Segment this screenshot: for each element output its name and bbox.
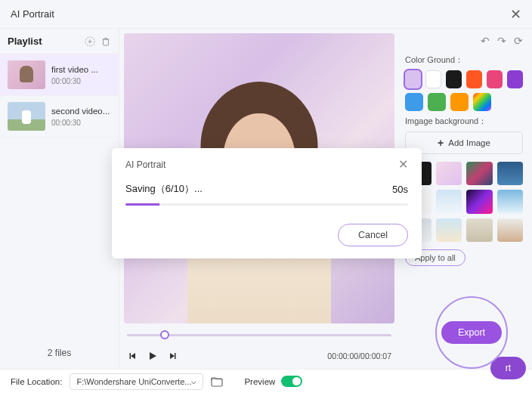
svg-rect-3 bbox=[104, 39, 109, 45]
color-swatch[interactable] bbox=[425, 70, 441, 88]
svg-marker-6 bbox=[131, 353, 135, 359]
color-swatch[interactable] bbox=[466, 70, 482, 88]
thumbnail bbox=[8, 60, 45, 89]
svg-rect-10 bbox=[175, 353, 176, 359]
next-frame-button[interactable] bbox=[166, 350, 178, 362]
item-duration: 00:00:30 bbox=[51, 119, 110, 127]
timeline-slider[interactable] bbox=[127, 328, 391, 343]
playlist-item[interactable]: first video ... 00:00:30 bbox=[0, 54, 119, 96]
close-icon[interactable]: ✕ bbox=[510, 6, 521, 23]
plus-icon: + bbox=[438, 137, 444, 149]
trash-icon[interactable] bbox=[101, 36, 111, 47]
color-swatch[interactable] bbox=[450, 93, 469, 111]
add-playlist-icon[interactable] bbox=[84, 36, 96, 48]
item-duration: 00:00:30 bbox=[51, 77, 98, 85]
item-title: first video ... bbox=[51, 65, 98, 74]
saving-time: 50s bbox=[392, 184, 408, 195]
preview-label: Preview bbox=[244, 377, 275, 386]
color-picker-swatch[interactable] bbox=[473, 93, 491, 111]
modal-title: AI Portrait bbox=[125, 159, 398, 170]
sidebar: Playlist first video ... 00:00:30 second… bbox=[0, 29, 119, 369]
saving-modal: AI Portrait ✕ Saving（6/10）... 50s Cancel bbox=[112, 148, 422, 258]
prev-frame-button[interactable] bbox=[127, 350, 139, 362]
color-swatch[interactable] bbox=[405, 70, 421, 88]
saving-status: Saving（6/10）... bbox=[125, 182, 392, 196]
background-thumb[interactable] bbox=[436, 218, 462, 242]
color-swatch[interactable] bbox=[446, 70, 462, 88]
app-header: AI Portrait ✕ bbox=[0, 0, 532, 29]
app-title: AI Portrait bbox=[11, 8, 510, 20]
item-title: second video... bbox=[51, 107, 110, 116]
redo-icon[interactable]: ↷ bbox=[497, 35, 506, 47]
cancel-button[interactable]: Cancel bbox=[338, 224, 408, 246]
undo-icon[interactable]: ↶ bbox=[481, 35, 490, 47]
play-button[interactable] bbox=[147, 350, 159, 362]
color-swatch[interactable] bbox=[405, 93, 423, 111]
color-swatch[interactable] bbox=[487, 70, 503, 88]
background-thumb[interactable] bbox=[466, 190, 493, 213]
thumbnail bbox=[8, 102, 45, 131]
color-swatch[interactable] bbox=[507, 70, 523, 88]
footer: File Location: F:\Wondershare UniConvert… bbox=[0, 369, 532, 393]
color-swatch[interactable] bbox=[428, 93, 446, 111]
color-ground-label: Color Ground： bbox=[405, 54, 523, 66]
reset-icon[interactable]: ⟳ bbox=[514, 35, 523, 47]
background-thumb[interactable] bbox=[436, 162, 462, 185]
export-button[interactable]: Export bbox=[441, 321, 502, 344]
preview-toggle[interactable] bbox=[281, 376, 302, 387]
svg-rect-11 bbox=[212, 379, 222, 386]
file-path-value: F:\Wondershare UniConverte... bbox=[76, 377, 191, 386]
playlist-title: Playlist bbox=[8, 36, 79, 47]
modal-close-icon[interactable]: ✕ bbox=[398, 157, 408, 172]
chevron-down-icon: ⌵ bbox=[191, 376, 196, 386]
open-folder-icon[interactable] bbox=[211, 376, 223, 387]
svg-marker-9 bbox=[170, 353, 175, 359]
file-path-select[interactable]: F:\Wondershare UniConverte... ⌵ bbox=[70, 373, 203, 390]
svg-rect-7 bbox=[130, 353, 131, 359]
progress-bar bbox=[125, 203, 408, 206]
add-image-label: Add Image bbox=[448, 138, 490, 147]
background-thumb[interactable] bbox=[497, 190, 524, 213]
playlist-item[interactable]: second video... 00:00:30 bbox=[0, 96, 119, 138]
file-location-label: File Location: bbox=[11, 377, 62, 386]
svg-marker-8 bbox=[150, 352, 156, 360]
background-label: Imgage background： bbox=[405, 116, 523, 127]
background-thumb[interactable] bbox=[497, 162, 524, 185]
background-thumb[interactable] bbox=[497, 218, 524, 242]
add-image-button[interactable]: + Add Image bbox=[405, 132, 523, 154]
background-thumb[interactable] bbox=[466, 218, 493, 242]
time-display: 00:00:00/00:00:07 bbox=[327, 351, 391, 361]
export-button-partial[interactable]: rt bbox=[490, 357, 526, 379]
background-thumb[interactable] bbox=[436, 190, 462, 213]
background-thumb[interactable] bbox=[466, 162, 493, 185]
file-count: 2 files bbox=[0, 340, 119, 369]
